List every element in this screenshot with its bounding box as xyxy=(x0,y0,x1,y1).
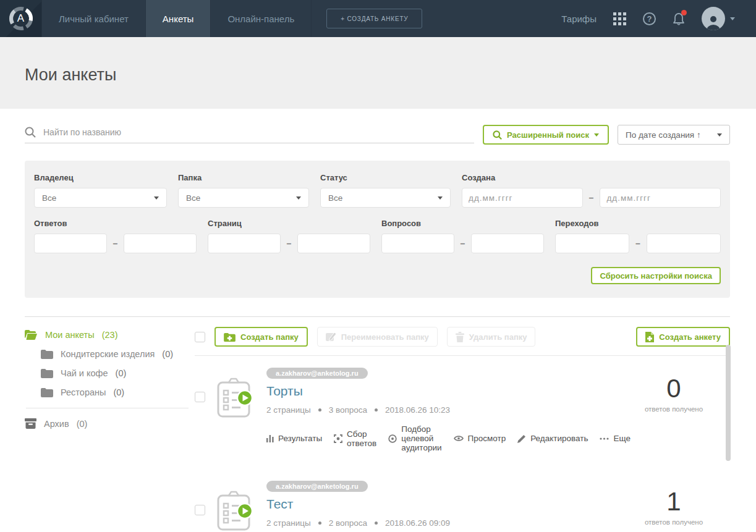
status-filter-label: Статус xyxy=(320,173,451,182)
sort-select[interactable]: По дате создания ↑ xyxy=(618,125,730,145)
pages-from-input[interactable] xyxy=(208,234,281,253)
survey-list-section: Создать папку Переименовать папку У xyxy=(195,327,730,532)
app-logo[interactable]: A xyxy=(0,0,42,37)
sidebar-item-archive[interactable]: Архив (0) xyxy=(25,418,195,429)
chevron-down-icon xyxy=(438,196,443,200)
top-nav: A Личный кабинет Анкеты Онлайн-панель + … xyxy=(0,0,756,37)
advanced-filter-panel: Владелец Все Папка Все Статус Все Создан… xyxy=(25,161,730,298)
collect-answers-link[interactable]: Сбор ответов xyxy=(334,429,376,448)
responses-count: 0 xyxy=(634,376,714,402)
eye-icon xyxy=(454,435,464,442)
folder-icon xyxy=(41,387,53,397)
help-icon[interactable]: ? xyxy=(643,12,656,25)
main-content: Расширенный поиск По дате создания ↑ Вла… xyxy=(0,125,756,532)
folder-filter-select[interactable]: Все xyxy=(178,188,309,208)
created-from-input[interactable] xyxy=(462,188,583,208)
tab-online-panel[interactable]: Онлайн-панель xyxy=(211,0,312,37)
survey-actions: Результаты Сбор ответов xyxy=(266,424,627,452)
search-row: Расширенный поиск По дате создания ↑ xyxy=(25,125,730,145)
created-date: 2018.06.26 10:23 xyxy=(385,405,450,415)
target-icon xyxy=(388,434,397,443)
pencil-icon xyxy=(517,434,526,443)
results-link[interactable]: Результаты xyxy=(266,434,322,443)
content-area: Мои анкеты (23) Кондитерские изделия (0)… xyxy=(25,327,730,532)
rename-pencil-icon xyxy=(326,332,336,342)
questions-count: 3 вопроса xyxy=(329,405,367,415)
trash-icon xyxy=(456,332,464,342)
logo-letter: A xyxy=(17,12,24,25)
responses-count: 1 xyxy=(634,489,714,515)
audience-selection-link[interactable]: Подбор целевой аудитории xyxy=(388,424,441,452)
more-link[interactable]: Еще xyxy=(600,434,630,443)
folder-open-icon xyxy=(25,329,38,340)
tab-personal-cabinet[interactable]: Личный кабинет xyxy=(42,0,146,37)
search-input[interactable] xyxy=(43,127,474,137)
folder-icon xyxy=(41,368,53,378)
nav-tabs: Личный кабинет Анкеты Онлайн-панель xyxy=(42,0,312,37)
rename-folder-button[interactable]: Переименовать папку xyxy=(317,327,438,347)
sidebar-item-my-surveys[interactable]: Мои анкеты (23) xyxy=(25,329,195,340)
survey-checkbox[interactable] xyxy=(195,505,205,515)
search-icon xyxy=(25,127,36,138)
scrollbar-thumb[interactable] xyxy=(726,345,731,461)
created-to-input[interactable] xyxy=(600,188,721,208)
transitions-from-input[interactable] xyxy=(555,234,629,253)
apps-grid-icon[interactable] xyxy=(613,12,626,25)
preview-link[interactable]: Просмотр xyxy=(454,434,506,443)
transitions-to-input[interactable] xyxy=(647,234,721,253)
edit-link[interactable]: Редактировать xyxy=(517,434,588,443)
dot-separator xyxy=(318,521,321,525)
document-plus-icon xyxy=(645,332,654,342)
responses-counter: 1 ответов получено xyxy=(634,489,714,526)
chevron-down-icon xyxy=(730,17,735,20)
sidebar-item-confectionery[interactable]: Кондитерские изделия (0) xyxy=(41,349,195,359)
chevron-down-icon xyxy=(717,133,722,137)
notifications-bell-icon[interactable] xyxy=(673,12,685,25)
search-field xyxy=(25,127,474,143)
sidebar-divider xyxy=(26,408,189,408)
folder-filter-label: Папка xyxy=(178,173,309,182)
survey-title-link[interactable]: Торты xyxy=(266,384,627,399)
sidebar-item-restaurants[interactable]: Рестораны (0) xyxy=(41,387,195,397)
scan-target-icon xyxy=(334,434,342,443)
questions-from-input[interactable] xyxy=(381,234,454,253)
responses-label: ответов получено xyxy=(634,405,714,413)
survey-meta: 2 страницы 3 вопроса 2018.06.26 10:23 xyxy=(266,405,627,415)
created-filter-label: Создана xyxy=(462,173,721,182)
survey-title-link[interactable]: Тест xyxy=(266,497,627,512)
owner-filter-select[interactable]: Все xyxy=(34,188,167,208)
survey-checkbox[interactable] xyxy=(195,392,205,402)
archive-icon xyxy=(25,418,36,429)
questions-to-input[interactable] xyxy=(471,234,544,253)
dot-separator xyxy=(375,408,378,412)
owner-filter-label: Владелец xyxy=(34,173,167,182)
tab-surveys[interactable]: Анкеты xyxy=(146,0,211,37)
questions-count: 2 вопроса xyxy=(329,518,367,528)
nav-right: Тарифы ? xyxy=(561,0,756,37)
notification-badge xyxy=(681,10,687,15)
advanced-search-button[interactable]: Расширенный поиск xyxy=(483,125,609,145)
survey-info: a.zakharov@anketolog.ru Торты 2 страницы… xyxy=(266,367,627,452)
answers-to-input[interactable] xyxy=(124,234,197,253)
reset-search-button[interactable]: Сбросить настройки поиска xyxy=(591,267,721,284)
user-menu[interactable] xyxy=(702,7,735,30)
created-date: 2018.06.26 09:09 xyxy=(385,518,450,528)
logo-ring-icon: A xyxy=(7,4,35,33)
transitions-filter-label: Переходов xyxy=(555,219,721,228)
nav-create-survey-button[interactable]: + СОЗДАТЬ АНКЕТУ xyxy=(326,9,422,28)
answers-from-input[interactable] xyxy=(34,234,107,253)
create-survey-button[interactable]: Создать анкету xyxy=(636,327,730,347)
page-header: Мои анкеты xyxy=(0,37,756,109)
pages-to-input[interactable] xyxy=(297,234,370,253)
tariffs-link[interactable]: Тарифы xyxy=(561,14,597,24)
select-all-checkbox[interactable] xyxy=(195,332,205,342)
ellipsis-icon xyxy=(600,437,609,440)
folders-sidebar: Мои анкеты (23) Кондитерские изделия (0)… xyxy=(25,327,195,532)
delete-folder-button[interactable]: Удалить папку xyxy=(447,327,536,347)
pages-count: 2 страницы xyxy=(266,518,311,528)
list-toolbar: Создать папку Переименовать папку У xyxy=(195,327,730,347)
create-folder-button[interactable]: Создать папку xyxy=(214,327,308,347)
status-filter-select[interactable]: Все xyxy=(320,188,451,208)
avatar xyxy=(702,7,725,30)
sidebar-item-tea-coffee[interactable]: Чай и кофе (0) xyxy=(41,368,195,378)
